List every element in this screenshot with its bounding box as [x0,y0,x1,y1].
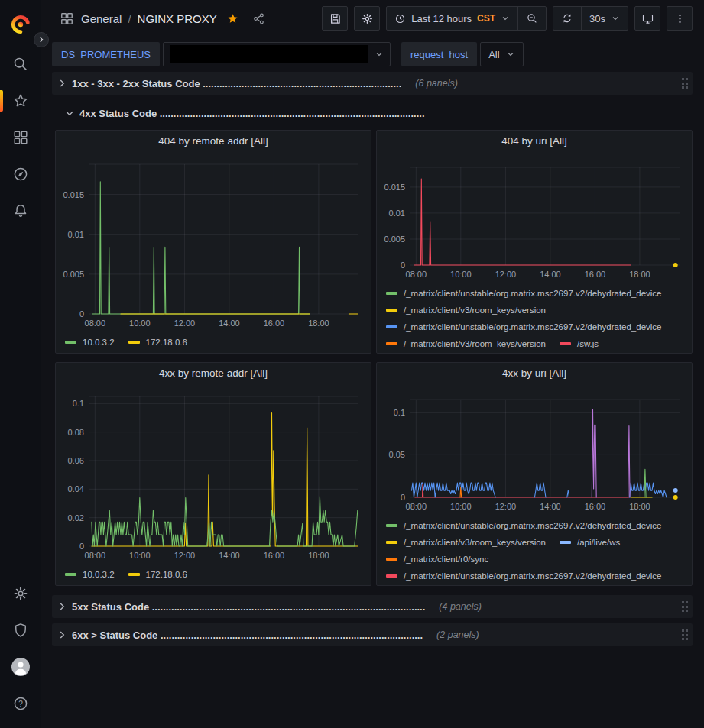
chart-legend: 10.0.3.2172.18.0.6 [56,563,371,585]
svg-text:0.1: 0.1 [394,408,405,417]
refresh-interval-picker[interactable]: 30s [582,7,628,30]
svg-text:0.01: 0.01 [389,209,405,218]
row-4xx-status-code[interactable]: 4xx Status Code ........................… [52,104,693,122]
row-6xx-status-code[interactable]: 6xx > Status Code ......................… [52,623,693,646]
legend-label: 10.0.3.2 [83,338,115,347]
svg-text:08:00: 08:00 [406,270,427,279]
svg-text:0.02: 0.02 [68,513,84,523]
svg-text:0.015: 0.015 [384,183,405,192]
refresh-controls: 30s [553,6,628,31]
svg-text:10:00: 10:00 [129,319,151,328]
legend-item[interactable]: 172.18.0.6 [128,338,187,347]
svg-text:0: 0 [401,260,405,270]
top-navbar: General / NGINX PROXY [41,0,704,37]
refresh-button[interactable] [553,7,581,30]
panel-title[interactable]: 4xx by uri [All] [377,363,692,384]
save-dashboard-button[interactable] [322,6,348,31]
share-dashboard-button[interactable] [249,8,269,28]
svg-text:0: 0 [79,309,84,319]
breadcrumb-divider: / [128,12,131,25]
svg-text:0.005: 0.005 [384,235,405,244]
legend-swatch [386,342,397,345]
dashboard-settings-button[interactable] [354,6,380,31]
panel-404-by-uri: 404 by uri [All] 00.0050.010.01508:0010:… [376,130,693,354]
legend-swatch [386,292,397,295]
row-panel-count: (2 panels) [436,629,479,640]
legend-label: /api/live/ws [577,538,620,547]
chevron-down-icon [375,50,384,59]
legend-item[interactable]: /_matrix/client/v3/room_keys/version [386,339,546,348]
toolbar: Last 12 hours CST [322,6,693,31]
svg-text:12:00: 12:00 [495,270,517,279]
legend-item[interactable]: 10.0.3.2 [65,338,115,347]
dashboard-canvas: 1xx - 3xx - 2xx Status Code ............… [52,72,693,646]
sidebar-item-configuration[interactable] [0,575,41,612]
row-drag-handle[interactable] [682,78,689,89]
compass-icon [12,166,29,183]
zoom-out-time-button[interactable] [518,7,546,30]
variable-value-request-host[interactable]: All [480,42,523,66]
row-drag-handle[interactable] [682,629,689,640]
legend-swatch [386,574,397,578]
svg-text:0.1: 0.1 [73,399,84,408]
sidebar-item-search[interactable] [0,46,41,83]
timeseries-chart[interactable]: 00.050.108:0010:0012:0014:0016:0018:00 [377,384,692,514]
row-5xx-status-code[interactable]: 5xx Status Code ........................… [52,595,693,618]
panel-title[interactable]: 404 by remote addr [All] [56,131,371,152]
legend-item[interactable]: /_matrix/client/v3/room_keys/version [386,306,546,315]
sidebar-item-dashboards[interactable] [0,119,41,156]
legend-item[interactable]: /_matrix/client/v3/room_keys/version [386,538,546,547]
svg-text:08:00: 08:00 [85,319,106,328]
sidebar-expand-button[interactable] [34,32,49,47]
legend-item[interactable]: 172.18.0.6 [128,570,187,579]
svg-text:?: ? [18,700,23,708]
row-1xx-3xx-2xx-status-code[interactable]: 1xx - 3xx - 2xx Status Code ............… [52,72,693,95]
legend-item[interactable]: /_matrix/client/unstable/org.matrix.msc2… [386,521,662,530]
legend-label: /_matrix/client/unstable/org.matrix.msc2… [404,289,662,298]
time-range-picker[interactable]: Last 12 hours CST [387,7,517,30]
timeseries-chart[interactable]: 00.0050.010.01508:0010:0012:0014:0016:00… [56,152,371,331]
timeseries-chart[interactable]: 00.020.040.060.080.108:0010:0012:0014:00… [56,384,371,563]
nav-sidebar: ? [0,0,41,728]
sidebar-item-alerting[interactable] [0,193,41,229]
legend-label: 172.18.0.6 [146,338,187,347]
sidebar-item-server-admin[interactable] [0,612,41,649]
legend-label: /_matrix/client/r0/sync [404,555,488,564]
sidebar-item-help[interactable]: ? [0,685,41,722]
row-drag-handle[interactable] [682,601,689,612]
more-options-button[interactable] [667,6,693,31]
favorite-star-button[interactable] [223,8,243,28]
legend-item[interactable]: /_matrix/client/r0/sync [386,555,488,564]
save-icon [329,12,342,25]
variables-submenu: DS_PROMETHEUS request_host All [41,37,704,72]
chart-legend: /_matrix/client/unstable/org.matrix.msc2… [377,514,692,585]
legend-item[interactable]: /_matrix/client/unstable/org.matrix.msc2… [386,322,662,332]
legend-item[interactable]: /api/live/ws [560,538,620,547]
legend-label: /_matrix/client/v3/room_keys/version [404,339,546,348]
legend-swatch [65,341,76,344]
sidebar-item-profile[interactable] [0,649,41,685]
breadcrumb-dashboard-title[interactable]: NGINX PROXY [138,12,217,25]
sidebar-item-starred[interactable] [0,83,41,119]
panel-title[interactable]: 4xx by remote addr [All] [56,363,371,384]
legend-swatch [560,541,571,544]
svg-text:18:00: 18:00 [629,502,650,511]
timeseries-chart[interactable]: 00.0050.010.01508:0010:0012:0014:0016:00… [377,152,692,282]
breadcrumb-folder[interactable]: General [81,12,122,25]
legend-label: /_matrix/client/v3/room_keys/version [404,306,546,315]
svg-text:16:00: 16:00 [264,319,285,328]
legend-swatch [560,342,571,345]
clock-icon [394,13,406,24]
cycle-view-mode-button[interactable] [634,6,660,31]
legend-item[interactable]: 10.0.3.2 [65,570,115,579]
legend-item[interactable]: /sw.js [560,339,599,348]
svg-text:16:00: 16:00 [264,551,285,560]
main-area: General / NGINX PROXY [41,0,704,728]
refresh-interval-label: 30s [589,13,605,24]
variable-value-ds-prometheus[interactable] [163,42,391,66]
legend-item[interactable]: /_matrix/client/unstable/org.matrix.msc2… [386,289,662,298]
legend-item[interactable]: /_matrix/client/unstable/org.matrix.msc2… [386,571,662,581]
panel-title[interactable]: 404 by uri [All] [377,131,692,152]
variable-label-request-host: request_host [401,42,477,66]
sidebar-item-explore[interactable] [0,156,41,193]
